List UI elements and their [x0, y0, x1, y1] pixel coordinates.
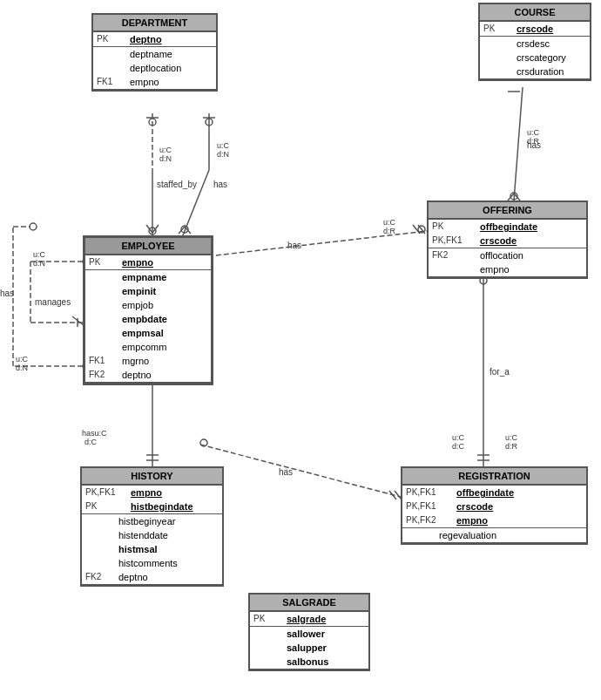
history-empno: empno	[131, 487, 219, 498]
svg-point-29	[510, 193, 517, 200]
entity-header-salgrade: SALGRADE	[250, 595, 368, 612]
course-row-crsduration: crsduration	[480, 65, 590, 78]
history-histmsal: histmsal	[118, 544, 219, 554]
history-histbegindate: histbegindate	[131, 501, 219, 512]
svg-line-20	[200, 231, 427, 257]
svg-line-52	[200, 445, 401, 497]
svg-line-32	[514, 194, 520, 200]
svg-text:staffed_by: staffed_by	[157, 180, 197, 189]
emp-empinit: empinit	[122, 286, 207, 296]
history-deptno: deptno	[118, 572, 219, 582]
department-title: DEPARTMENT	[122, 17, 188, 28]
reg-empno: empno	[456, 515, 583, 526]
svg-line-11	[183, 170, 209, 235]
svg-text:u:C: u:C	[527, 128, 540, 137]
svg-line-4	[152, 225, 159, 233]
emp-deptno: deptno	[122, 370, 207, 380]
svg-line-28	[514, 87, 523, 200]
svg-text:has: has	[213, 180, 227, 189]
employee-fields-section: empname empinit empjob empbdate empmsal …	[85, 270, 211, 383]
offering-empno: empno	[480, 264, 583, 275]
history-histenddate: histenddate	[118, 530, 219, 540]
course-row-crsdesc: crsdesc	[480, 37, 590, 51]
emp-empcomm: empcomm	[122, 342, 207, 352]
reg-regevaluation: regevaluation	[439, 530, 583, 540]
history-histcomments: histcomments	[118, 558, 219, 568]
entity-department: DEPARTMENT PK deptno deptname deptlocati…	[91, 13, 218, 92]
svg-text:hasu:C: hasu:C	[82, 429, 107, 438]
entity-header-registration: REGISTRATION	[402, 468, 586, 486]
employee-pk-section: PK empno	[85, 255, 211, 270]
svg-text:u:C: u:C	[159, 146, 172, 154]
salgrade-salupper: salupper	[287, 642, 365, 653]
svg-text:has: has	[0, 289, 14, 298]
course-pk-section: PK crscode	[480, 22, 590, 37]
svg-text:has: has	[287, 241, 301, 250]
salgrade-sallower: sallower	[287, 629, 365, 639]
dept-row-deptlocation: deptlocation	[93, 61, 216, 75]
svg-text:d:R: d:R	[527, 137, 540, 146]
course-row-crscategory: crscategory	[480, 51, 590, 65]
offering-fields-section: FK2 offlocation empno	[429, 248, 586, 277]
employee-title: EMPLOYEE	[121, 241, 174, 251]
entity-history: HISTORY PK,FK1 empno PK histbegindate hi…	[80, 466, 224, 587]
svg-line-3	[146, 225, 152, 233]
svg-text:d:N: d:N	[33, 259, 45, 268]
emp-empbdate: empbdate	[122, 314, 207, 324]
svg-point-73	[30, 223, 37, 230]
svg-line-22	[413, 225, 420, 234]
salgrade-pk-section: PK salgrade	[250, 612, 368, 627]
course-title: COURSE	[514, 7, 555, 17]
course-fields-section: crsdesc crscategory crsduration	[480, 37, 590, 79]
svg-text:d:R: d:R	[505, 442, 518, 451]
svg-text:has: has	[527, 140, 541, 150]
svg-point-6	[149, 119, 156, 126]
department-fields-section: deptname deptlocation FK1 empno	[93, 47, 216, 90]
employee-pk-row: PK empno	[85, 255, 211, 269]
course-crscategory: crscategory	[517, 52, 586, 63]
svg-text:u:C: u:C	[16, 355, 29, 364]
entity-header-offering: OFFERING	[429, 202, 586, 220]
svg-text:for_a: for_a	[490, 367, 510, 377]
entity-header-course: COURSE	[480, 4, 590, 22]
salgrade-salbonus: salbonus	[287, 656, 365, 667]
entity-header-history: HISTORY	[82, 468, 222, 486]
dept-empno: empno	[130, 77, 213, 87]
course-crscode: crscode	[517, 24, 586, 34]
dept-deptlocation: deptlocation	[130, 63, 213, 73]
registration-pk-section: PK,FK1 offbegindate PK,FK1 crscode PK,FK…	[402, 486, 586, 528]
svg-text:has: has	[279, 467, 293, 477]
department-pk-row: PK deptno	[93, 32, 216, 46]
svg-point-23	[418, 226, 425, 233]
emp-empname: empname	[122, 272, 207, 282]
svg-text:u:C: u:C	[505, 433, 518, 442]
svg-text:d:C: d:C	[84, 438, 98, 446]
svg-text:d:C: d:C	[452, 442, 465, 451]
svg-text:d:N: d:N	[16, 364, 28, 372]
svg-text:d:N: d:N	[217, 150, 229, 159]
department-pk-section: PK deptno	[93, 32, 216, 47]
svg-line-21	[418, 225, 425, 234]
employee-empno: empno	[122, 257, 207, 268]
entity-course: COURSE PK crscode crsdesc crscategory cr…	[478, 3, 591, 81]
offering-offbegindate: offbegindate	[480, 221, 583, 232]
entity-salgrade: SALGRADE PK salgrade sallower salupper s…	[248, 593, 370, 671]
svg-line-31	[508, 194, 514, 200]
salgrade-salgrade: salgrade	[287, 614, 365, 624]
svg-line-55	[389, 491, 396, 500]
department-pk-label: PK	[97, 34, 130, 44]
department-deptno: deptno	[130, 34, 213, 44]
salgrade-title: SALGRADE	[282, 597, 336, 608]
history-histbeginyear: histbeginyear	[118, 516, 219, 527]
svg-text:u:C: u:C	[33, 250, 46, 259]
course-pk-row: PK crscode	[480, 22, 590, 36]
svg-text:u:C: u:C	[217, 141, 230, 150]
reg-crscode: crscode	[456, 501, 583, 512]
svg-point-12	[206, 119, 213, 126]
entity-header-employee: EMPLOYEE	[85, 238, 211, 255]
svg-line-16	[185, 227, 191, 234]
svg-text:manages: manages	[35, 297, 71, 307]
reg-offbegindate: offbegindate	[456, 487, 583, 498]
offering-offlocation: offlocation	[480, 250, 583, 261]
svg-text:d:R: d:R	[383, 227, 396, 235]
